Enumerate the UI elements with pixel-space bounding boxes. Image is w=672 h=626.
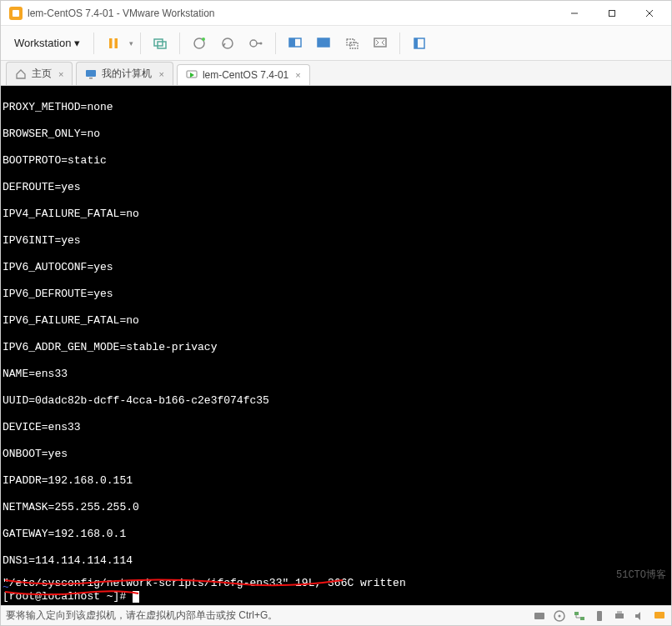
window-titlebar: lem-CentOS 7.4-01 - VMware Workstation <box>1 1 671 26</box>
toolbar-separator <box>399 33 400 54</box>
svg-rect-5 <box>109 38 113 48</box>
terminal-line: DNS1=114.114.114.114 <box>3 554 669 568</box>
svg-rect-16 <box>318 38 329 47</box>
svg-rect-31 <box>597 611 602 621</box>
svg-rect-6 <box>115 38 118 48</box>
terminal-line: NAME=ens33 <box>3 368 669 381</box>
tab-row: 主页 × 我的计算机 × lem-CentOS 7.4-01 × <box>1 61 671 86</box>
svg-rect-33 <box>617 611 622 613</box>
terminal-line: IPV6_AUTOCONF=yes <box>3 261 669 274</box>
chevron-down-icon: ▾ <box>74 37 80 49</box>
usb-icon[interactable] <box>593 609 606 623</box>
terminal-line: IPV6INIT=yes <box>3 234 669 248</box>
tab-vm-centos[interactable]: lem-CentOS 7.4-01 × <box>177 64 310 85</box>
svg-point-10 <box>202 38 205 41</box>
svg-rect-0 <box>13 10 19 17</box>
vm-running-icon <box>186 69 198 81</box>
terminal-line: BOOTPROTO=static <box>3 154 669 168</box>
svg-point-13 <box>260 42 263 44</box>
terminal-line: IPV4_FAILURE_FATAL=no <box>3 208 669 221</box>
workstation-menu[interactable]: Workstation ▾ <box>8 33 87 53</box>
svg-point-12 <box>250 40 257 47</box>
terminal-line: NETMASK=255.255.255.0 <box>3 501 669 514</box>
disk-icon[interactable] <box>533 609 546 623</box>
network-icon[interactable] <box>573 609 586 623</box>
snapshot-manager-button[interactable] <box>215 31 240 56</box>
message-icon[interactable] <box>653 609 666 623</box>
toolbar-separator <box>179 33 180 54</box>
terminal-line: DEFROUTE=yes <box>3 181 669 194</box>
toolbar-separator <box>275 33 276 54</box>
close-button[interactable] <box>630 1 668 26</box>
cursor <box>133 591 139 603</box>
main-toolbar: Workstation ▾ ▾ <box>1 26 671 61</box>
vm-console-terminal[interactable]: PROXY_METHOD=none BROWSER_ONLY=no BOOTPR… <box>1 86 671 605</box>
pause-button[interactable] <box>101 31 126 56</box>
send-ctrl-alt-del-button[interactable] <box>148 31 173 56</box>
status-message: 要将输入定向到该虚拟机，请在虚拟机内部单击或按 Ctrl+G。 <box>6 608 278 623</box>
app-icon <box>9 7 23 20</box>
svg-rect-23 <box>89 78 93 79</box>
close-icon[interactable]: × <box>295 70 300 80</box>
terminal-line: DEVICE=ens33 <box>3 421 669 434</box>
terminal-line: IPV6_ADDR_GEN_MODE=stable-privacy <box>3 341 669 354</box>
tab-my-computer[interactable]: 我的计算机 × <box>76 62 173 85</box>
cd-icon[interactable] <box>553 609 566 623</box>
close-icon[interactable]: × <box>158 69 163 79</box>
terminal-line: IPV6_FAILURE_FATAL=no <box>3 314 669 328</box>
view-console-button[interactable] <box>283 31 308 56</box>
svg-rect-19 <box>374 38 386 47</box>
tab-home[interactable]: 主页 × <box>6 62 73 85</box>
toolbar-separator <box>140 33 141 54</box>
sound-icon[interactable] <box>633 609 646 623</box>
svg-rect-32 <box>615 613 624 618</box>
svg-rect-15 <box>289 38 295 47</box>
minimize-button[interactable] <box>555 1 593 26</box>
svg-rect-22 <box>86 70 96 77</box>
printer-icon[interactable] <box>613 609 626 623</box>
home-icon <box>15 68 27 80</box>
svg-rect-21 <box>414 38 418 48</box>
tab-label: 主页 <box>32 67 52 81</box>
library-button[interactable] <box>407 31 432 56</box>
svg-marker-34 <box>635 612 640 620</box>
svg-point-11 <box>223 38 233 48</box>
monitor-icon <box>85 68 97 80</box>
fullscreen-button[interactable] <box>368 31 393 56</box>
view-thumbnail-button[interactable] <box>311 31 336 56</box>
svg-rect-29 <box>574 612 579 615</box>
maximize-button[interactable] <box>593 1 630 26</box>
tab-label: 我的计算机 <box>102 67 152 81</box>
svg-rect-26 <box>534 613 544 619</box>
terminal-line: BROWSER_ONLY=no <box>3 128 669 141</box>
svg-marker-25 <box>190 73 194 78</box>
svg-rect-7 <box>154 39 163 46</box>
revert-snapshot-button[interactable] <box>243 31 268 56</box>
svg-rect-8 <box>158 42 166 48</box>
terminal-line: ONBOOT=yes <box>3 448 669 461</box>
snapshot-button[interactable] <box>187 31 212 56</box>
svg-rect-35 <box>654 612 664 618</box>
toolbar-separator <box>93 33 94 54</box>
window-title: lem-CentOS 7.4-01 - VMware Workstation <box>28 8 215 19</box>
svg-point-28 <box>559 614 561 617</box>
watermark-text: 51CTO博客 <box>616 568 666 582</box>
status-bar: 要将输入定向到该虚拟机，请在虚拟机内部单击或按 Ctrl+G。 <box>1 605 671 625</box>
terminal-line: UUID=0dadc82b-dcff-4cca-b166-c2e3f074fc3… <box>3 394 669 408</box>
vim-status-line: "/etc/sysconfig/network-scripts/ifcfg-en… <box>3 577 406 590</box>
close-icon[interactable]: × <box>58 69 63 79</box>
terminal-line: GATEWAY=192.168.0.1 <box>3 528 669 541</box>
chevron-down-icon[interactable]: ▾ <box>129 39 133 48</box>
shell-prompt: [root@localhost ~]# <box>3 590 126 603</box>
workstation-menu-label: Workstation <box>14 37 71 49</box>
svg-rect-2 <box>609 10 614 16</box>
unity-button[interactable] <box>339 31 364 56</box>
terminal-line: IPV6_DEFROUTE=yes <box>3 288 669 301</box>
terminal-line: PROXY_METHOD=none <box>3 101 669 114</box>
shell-prompt-line: [root@localhost ~]# <box>3 590 139 603</box>
terminal-line: IPADDR=192.168.0.151 <box>3 474 669 488</box>
tab-label: lem-CentOS 7.4-01 <box>203 69 288 81</box>
